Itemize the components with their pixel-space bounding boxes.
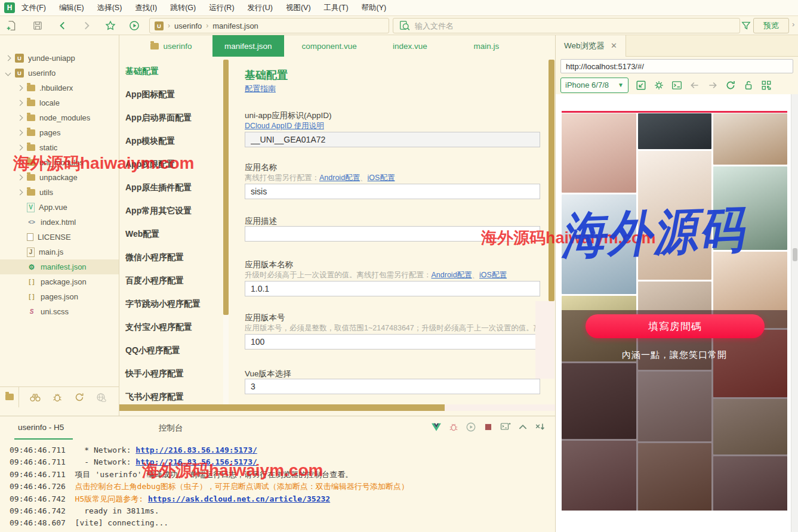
new-terminal-icon[interactable] (500, 422, 511, 432)
nav-item-0[interactable]: 基础配置 (125, 60, 221, 83)
field-input-4[interactable] (245, 334, 540, 349)
menu-item[interactable]: 视图(V) (279, 0, 318, 16)
nav-item-5[interactable]: App原生插件配置 (125, 176, 221, 199)
field-input-5[interactable] (245, 379, 540, 394)
config-guide-anchor[interactable]: 配置指南 (245, 84, 276, 93)
editor-tab-userinfo[interactable]: userinfo (136, 35, 207, 57)
chevron-right-icon[interactable] (17, 100, 23, 106)
binoculars-icon[interactable] (29, 392, 41, 403)
enter-room-button[interactable]: 填寫房間碼 (586, 314, 765, 338)
breadcrumb-item-project[interactable]: userinfo (174, 21, 202, 30)
tree-item-uni-modules[interactable]: uni_modules (0, 155, 119, 170)
search-input[interactable] (415, 21, 701, 30)
file-search-box[interactable] (393, 18, 740, 33)
tree-item-package-json[interactable]: [ ]package.json (0, 274, 119, 289)
console-tab-console[interactable]: 控制台 (159, 423, 183, 434)
debug-icon[interactable] (51, 392, 63, 403)
preview-button[interactable]: 预览 (753, 18, 789, 33)
hint-link[interactable]: Android配置 (319, 174, 360, 182)
menu-item[interactable]: 文件(F) (15, 0, 53, 16)
tree-item-static[interactable]: static (0, 140, 119, 155)
nav-item-13[interactable]: 快手小程序配置 (125, 362, 221, 385)
menu-item[interactable]: 工具(T) (318, 0, 355, 16)
chevron-right-icon[interactable] (17, 145, 23, 151)
nav-item-3[interactable]: App模块配置 (125, 129, 221, 153)
menu-item[interactable]: 编辑(E) (53, 0, 91, 16)
panel-scrollbar-thumb[interactable] (793, 248, 797, 261)
url-input[interactable] (560, 59, 793, 73)
editor-hscrollbar-thumb[interactable] (119, 404, 445, 411)
menu-item[interactable]: 发行(U) (241, 0, 279, 16)
terminal-icon[interactable] (671, 80, 682, 91)
chevron-right-icon[interactable] (17, 115, 23, 121)
nav-item-8[interactable]: 微信小程序配置 (125, 246, 221, 269)
nav-item-4[interactable]: App权限配置 (125, 153, 221, 176)
stop-icon[interactable] (483, 422, 494, 432)
nav-item-6[interactable]: App常用其它设置 (125, 199, 221, 222)
chevron-down-icon[interactable] (5, 70, 11, 76)
tree-item-pages-json[interactable]: [ ]pages.json (0, 289, 119, 304)
nav-item-2[interactable]: App启动界面配置 (125, 106, 221, 129)
console-tab-run[interactable]: userinfo - H5 (18, 423, 64, 432)
chevron-right-icon[interactable] (17, 130, 23, 136)
menu-item[interactable]: 帮助(Y) (355, 0, 393, 16)
run-play-icon[interactable] (466, 422, 476, 432)
breadcrumb[interactable]: U › userinfo › manifest.json (149, 18, 389, 33)
menu-item[interactable]: 运行(R) (202, 0, 241, 16)
field-input-3[interactable] (245, 281, 540, 296)
hint-link[interactable]: Android配置 (432, 271, 472, 279)
qrcode-icon[interactable] (761, 80, 772, 91)
nav-item-1[interactable]: App图标配置 (125, 83, 221, 106)
nav-item-10[interactable]: 字节跳动小程序配置 (125, 292, 221, 316)
tree-item-manifest-json[interactable]: ⚙manifest.json (0, 259, 119, 274)
hint-link[interactable]: DCloud AppID 使用说明 (245, 122, 324, 130)
tree-item-index-html[interactable]: <>index.html (0, 215, 119, 230)
devtools-gear-icon[interactable] (654, 80, 664, 91)
log-link[interactable]: http://216.83.56.156:5173/ (135, 457, 257, 466)
field-input-1[interactable] (245, 184, 540, 199)
log-link[interactable]: http://216.83.56.149:5173/ (135, 446, 257, 454)
forward-arrow-icon[interactable] (707, 80, 718, 91)
log-link[interactable]: https://ask.dcloud.net.cn/article/35232 (148, 494, 330, 503)
run-icon[interactable] (129, 20, 140, 31)
chevron-right-icon[interactable] (17, 190, 23, 196)
form-scrollbar-thumb[interactable] (549, 60, 554, 301)
tree-item--hbuilderx[interactable]: .hbuilderx (0, 81, 119, 95)
device-select[interactable]: iPhone 6/7/8 ▼ (560, 78, 628, 93)
star-icon[interactable] (105, 20, 116, 31)
back-arrow-icon[interactable] (689, 80, 700, 91)
editor-tab-component-vue[interactable]: component.vue (290, 35, 369, 57)
tree-item-node-modules[interactable]: node_modules (0, 110, 119, 125)
debug-bug-icon[interactable] (448, 422, 459, 432)
fullscreen-icon[interactable] (636, 80, 646, 91)
nav-scrollbar-thumb[interactable] (223, 60, 229, 315)
nav-item-7[interactable]: Web配置 (125, 222, 221, 246)
browser-tab[interactable]: Web浏览器 ✕ (556, 35, 626, 57)
tree-item-utils[interactable]: utils (0, 185, 119, 200)
clear-console-icon[interactable] (535, 422, 546, 432)
chevron-right-icon[interactable] (5, 55, 11, 61)
chevron-right-icon[interactable] (17, 85, 23, 91)
files-tab[interactable] (0, 387, 19, 407)
tree-item-license[interactable]: LICENSE (0, 230, 119, 245)
lock-icon[interactable] (743, 80, 754, 91)
toolbar-expander-icon[interactable]: › (792, 20, 794, 29)
breadcrumb-item-file[interactable]: manifest.json (212, 21, 258, 30)
menu-item[interactable]: 查找(I) (128, 0, 164, 16)
collapse-panel-icon[interactable] (517, 422, 528, 432)
editor-tab-manifest-json[interactable]: manifest.json (212, 35, 284, 57)
field-input-2[interactable] (245, 226, 540, 242)
hint-link[interactable]: iOS配置 (368, 174, 395, 182)
sync-icon[interactable] (73, 392, 85, 403)
tree-item-uni-scss[interactable]: Suni.scss (0, 304, 119, 319)
menu-item[interactable]: 选择(S) (91, 0, 129, 16)
close-icon[interactable]: ✕ (611, 41, 617, 50)
menu-item[interactable]: 跳转(G) (164, 0, 202, 16)
save-icon[interactable] (32, 20, 43, 31)
back-icon[interactable] (57, 20, 68, 31)
refresh-icon[interactable] (725, 80, 736, 91)
tree-item-unpackage[interactable]: unpackage (0, 170, 119, 185)
nav-item-9[interactable]: 百度小程序配置 (125, 269, 221, 292)
editor-tab-main-js[interactable]: main.js (451, 35, 522, 57)
tree-item-userinfo[interactable]: Uuserinfo (0, 66, 119, 81)
